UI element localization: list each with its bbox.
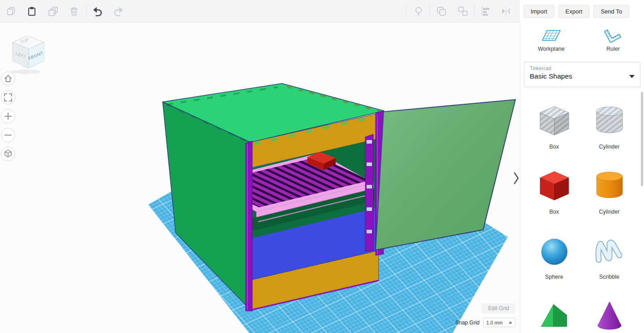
copy-icon[interactable]: [5, 5, 17, 17]
undo-icon[interactable]: [91, 5, 103, 17]
hinge: [367, 162, 372, 166]
duplicate-icon[interactable]: [48, 5, 59, 17]
panel-collapse-toggle[interactable]: [514, 172, 520, 184]
paste-icon[interactable]: [26, 5, 38, 17]
show-hide-icon[interactable]: [413, 5, 424, 17]
shape-scribble[interactable]: Scribble: [582, 223, 637, 289]
cone-icon: [591, 297, 628, 333]
zoom-in-button[interactable]: [1, 109, 15, 123]
hinge: [367, 140, 372, 144]
chevron-right-icon: [514, 172, 520, 184]
shape-label: Box: [549, 209, 559, 215]
panel-scrollbar[interactable]: [641, 92, 643, 186]
canvas-3d-viewport[interactable]: TOP FRONT LEFT: [0, 22, 520, 333]
send-to-button[interactable]: Send To: [593, 5, 629, 18]
hinge: [367, 230, 372, 233]
home-view-button[interactable]: [1, 71, 15, 86]
top-toolbar: Import Export Send To: [0, 0, 644, 22]
hinge: [367, 185, 372, 188]
shape-label: Cylinder: [599, 144, 620, 150]
category-brand: Tinkercad: [530, 66, 635, 71]
panel-tools: Workplane Ruler: [520, 22, 644, 52]
shape-label: Cylinder: [599, 209, 620, 215]
redo-icon: [113, 5, 125, 17]
shape-category-dropdown[interactable]: Tinkercad Basic Shapes: [524, 62, 640, 87]
perspective-toggle-button[interactable]: [1, 147, 15, 161]
delete-icon[interactable]: [68, 5, 80, 17]
perspective-icon: [3, 149, 13, 159]
cabinet-door[interactable]: [376, 100, 515, 250]
redo-icon[interactable]: [113, 5, 125, 17]
mirror-icon[interactable]: [500, 5, 512, 17]
category-selected: Basic Shapes: [530, 72, 572, 80]
shape-cone[interactable]: [582, 289, 637, 333]
duplicate-icon: [48, 5, 59, 17]
ruler-tool[interactable]: Ruler: [582, 27, 644, 52]
home-icon: [3, 73, 13, 84]
toolbar-divider: [474, 5, 475, 18]
workplane-tool[interactable]: Workplane: [520, 27, 582, 52]
shape-hole-cylinder[interactable]: Cylinder: [582, 93, 637, 158]
ruler-label: Ruler: [606, 46, 620, 52]
toolbar-divider: [406, 5, 406, 18]
export-button[interactable]: Export: [558, 5, 590, 18]
shape-sphere[interactable]: Sphere: [527, 223, 582, 289]
hole-cylinder-icon: [591, 102, 628, 140]
view-cube[interactable]: TOP FRONT LEFT: [5, 29, 50, 75]
shape-solid-cylinder[interactable]: Cylinder: [582, 158, 637, 223]
fit-view-button[interactable]: [1, 90, 15, 105]
shape-hole-box[interactable]: Box: [527, 93, 582, 158]
import-button[interactable]: Import: [523, 5, 554, 18]
ruler-icon: [603, 27, 623, 43]
roof-icon: [536, 297, 573, 333]
snap-grid-control: Snap Grid 1.0 mm: [455, 318, 515, 327]
workplane-label: Workplane: [538, 46, 565, 52]
chevron-up-icon: [509, 321, 512, 324]
solid-box-icon: [536, 167, 573, 205]
mirror-icon: [500, 5, 512, 17]
bulb-icon: [413, 5, 424, 17]
shape-label: Scribble: [599, 274, 619, 280]
workplane-icon: [541, 27, 562, 43]
trash-icon: [68, 5, 80, 17]
viewcube-shadow: [11, 70, 41, 74]
shape-label: Box: [549, 144, 559, 150]
copy-icon: [5, 5, 17, 17]
shape-solid-box[interactable]: Box: [527, 158, 582, 223]
ungroup-icon[interactable]: [457, 5, 469, 17]
zoom-out-icon: [3, 130, 13, 140]
align-icon[interactable]: [480, 5, 491, 17]
scene-3d[interactable]: [0, 22, 520, 333]
undo-icon: [91, 5, 103, 17]
chevron-down-icon: [629, 75, 635, 78]
hole-box-icon: [536, 102, 573, 140]
toolbar-divider: [86, 5, 86, 18]
shape-roof[interactable]: [527, 289, 582, 333]
view-controls: [1, 71, 15, 161]
toolbar-divider: [429, 5, 430, 18]
hinge: [367, 207, 372, 211]
shape-label: Sphere: [545, 274, 563, 280]
snap-grid-label: Snap Grid: [455, 320, 480, 326]
zoom-out-button[interactable]: [1, 128, 15, 142]
door-hinge-rail[interactable]: [365, 134, 373, 251]
zoom-in-icon: [3, 111, 13, 122]
align-icon: [480, 5, 491, 17]
group-icon: [436, 5, 447, 17]
snap-grid-select[interactable]: 1.0 mm: [483, 318, 515, 327]
tinkercad-editor: Import Export Send To: [0, 0, 644, 333]
shape-grid: Box Cylinder Box: [527, 93, 637, 333]
group-icon[interactable]: [436, 5, 447, 17]
snap-grid-value: 1.0 mm: [486, 320, 503, 325]
toolbar-actions: Import Export Send To: [520, 0, 644, 22]
frame-left-column[interactable]: [246, 141, 252, 311]
edit-grid-button[interactable]: Edit Grid: [482, 303, 515, 313]
scribble-icon: [591, 232, 628, 270]
solid-cylinder-icon: [591, 167, 628, 205]
shapes-panel: Workplane Ruler Tinkercad Basic Shapes: [520, 22, 644, 333]
fit-view-icon: [3, 92, 13, 103]
ungroup-icon: [457, 5, 469, 17]
sphere-icon: [536, 232, 573, 270]
paste-icon: [26, 5, 38, 17]
cabinet-model[interactable]: [163, 83, 384, 311]
